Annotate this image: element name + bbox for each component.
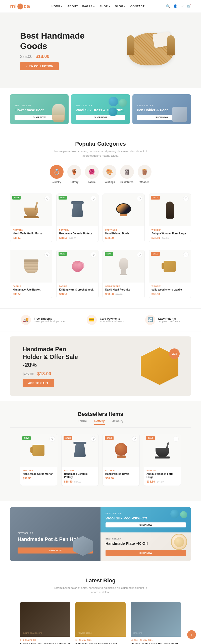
product-category: POTTERY (13, 229, 49, 231)
product-category: POTTERY (59, 229, 96, 231)
nav-contact[interactable]: CONTACT (130, 5, 144, 8)
product-info: POTTERY Hand Painted Bowls $38.50 (103, 467, 139, 482)
user-icon[interactable]: 👤 (173, 4, 177, 8)
jewelry-label: Jewelry (52, 181, 61, 183)
banner-wool-pod: Best Seller Wool Silk Pod -20% Off SHOP … (100, 507, 191, 533)
promo-old-price: $25.00 (23, 372, 34, 376)
blog-grid: cutting board scene 9 20 May 2021 How to… (10, 602, 191, 644)
double-banner: Best Seller Handmade Pot & Pen Holder SH… (10, 507, 191, 561)
paintings-label: Paintings (104, 181, 115, 183)
mortar-illustration (23, 202, 39, 218)
promo-cta-button[interactable]: ADD TO CART (23, 379, 54, 387)
banner-card-vase: Best Seller Flower Vase Poot SHOP NOW (10, 94, 69, 124)
board-2-illustration (30, 443, 47, 457)
product-name: Hand-Made Garlic Mortar (23, 472, 55, 476)
blog-title-block: Latest Blog (10, 577, 191, 584)
jewelry-icon: 💍 (50, 165, 64, 179)
feature-payments: 💳 Card Payments 12 Monthly Installments (87, 315, 124, 325)
wishlist-button[interactable]: ♡ (91, 436, 96, 442)
product-category: WOODEN (146, 469, 178, 472)
product-badge: NEW (105, 252, 113, 256)
yarn-right-illustration (170, 510, 187, 518)
product-price: $38.50 (23, 477, 55, 480)
wishlist-button[interactable]: ♡ (173, 436, 179, 442)
product-card-david: NEW ♡ SCULPTURES David Head Portraits $3… (103, 250, 145, 298)
product-info-board: WOODEN solid wood cherry paddle $38.50 (149, 283, 191, 298)
nav-about[interactable]: ABOUT (67, 5, 78, 8)
bestseller-card-3: SALE ♡ POTTERY Hand Painted Bowls $38.50 (103, 434, 140, 486)
hero-new-price: $18.00 (35, 54, 49, 59)
category-wooden[interactable]: 🪵 Wooden (138, 165, 152, 183)
product-badge: NEW (59, 252, 67, 256)
blog-image-3: jar scene (131, 602, 181, 637)
main-nav: HOME ▾ ABOUT PAGES ▾ SHOP ▾ BLOG ▾ CONTA… (52, 5, 144, 8)
category-jewelry[interactable]: 💍 Jewelry (50, 165, 64, 183)
product-card-wooden: SALE ♡ WOODEN Antique Wooden Form Large … (149, 194, 191, 242)
banner-card-pen: Best Seller Pen Holder & Poot SHOP NOW (132, 94, 191, 124)
banner-plate: Best Seller Handmade Plate -40 Off SHOP … (100, 532, 191, 561)
tab-fabric[interactable]: Fabric (78, 419, 87, 425)
product-category: PAINTINGS (105, 229, 142, 231)
blog-card-2: flowers scene 6 20 May 2021 7 Best Blogs… (75, 602, 126, 644)
promo-banner: Handmade Pen Holder & Offer Sale -20% $2… (10, 336, 191, 396)
tab-jewelry[interactable]: Jewelry (112, 419, 123, 425)
category-pottery[interactable]: 🏺 Pottery (67, 165, 81, 183)
banner-wool-btn[interactable]: SHOP NOW (106, 522, 186, 527)
wooden-vase-illustration (166, 202, 174, 219)
categories-subtitle: Lorem ipsum dolor sit amet, consectetur … (50, 149, 151, 158)
paintings-icon: 🎨 (103, 165, 116, 179)
search-icon[interactable]: 🔍 (166, 4, 170, 8)
product-card-mortar: NEW ♡ POTTERY Hand-Made Garlic Mortar $3… (10, 194, 52, 242)
pen-holder-illustration (172, 107, 187, 122)
nav-pages[interactable]: PAGES ▾ (82, 5, 95, 8)
product-price: $38.50 $44.00 (146, 480, 178, 483)
product-category: FABRIC (59, 285, 96, 287)
blog-section: Latest Blog Lorem ipsum dolor sit amet, … (0, 567, 201, 644)
cart-icon[interactable]: 🛒 (187, 4, 191, 8)
payments-title: Card Payments (100, 317, 124, 320)
categories-heading: Popular Categories (10, 141, 191, 147)
category-paintings[interactable]: 🎨 Paintings (103, 165, 116, 183)
category-fabric[interactable]: 🧶 Fabric (85, 165, 99, 183)
product-name: Hand Painted Bowls (105, 232, 142, 235)
nav-home[interactable]: HOME ▾ (52, 5, 63, 8)
wishlist-button[interactable]: ♡ (132, 436, 137, 442)
category-sculptures[interactable]: 🗿 Sculptures (120, 165, 134, 183)
logo[interactable]: mi⬤ca (10, 3, 30, 10)
bestsellers-tabs: Fabric Pottery Jewelry (10, 419, 191, 428)
sculptures-icon: 🗿 (120, 165, 134, 179)
header-icons: 🔍 👤 ♡ 🛒 (166, 4, 191, 8)
scroll-to-top-button[interactable]: ↑ (187, 630, 196, 639)
wooden-label: Wooden (139, 181, 149, 183)
blog-category: Us Too (131, 639, 138, 641)
product-category: WOODEN (152, 229, 188, 231)
blog-title-2: 7 Best Blogs to Follow About Handmade Go… (75, 642, 126, 644)
product-price: $38.50 $44.00 (152, 236, 188, 239)
bestsellers-section: Bestsellers Items Fabric Pottery Jewelry… (0, 401, 201, 501)
tab-pottery[interactable]: Pottery (94, 419, 105, 425)
nav-blog[interactable]: BLOG ▾ (115, 5, 126, 8)
wishlist-icon[interactable]: ♡ (180, 4, 184, 8)
product-price: $38.50 (59, 293, 96, 296)
product-badge-sale: SALE (151, 196, 160, 200)
banner-card-pen-badge: Best Seller (137, 104, 186, 107)
product-name: Knitting yarn & crochet hook (59, 288, 96, 291)
product-name: Handmade Jute Basket (13, 288, 49, 291)
product-name: solid wood cherry paddle (152, 288, 188, 291)
blog-date: 20 May 2021 (23, 639, 36, 641)
blog-image-1: cutting board scene (20, 602, 70, 637)
product-card-bowl: ♡ PAINTINGS Hand Painted Bowls $38.50 (103, 194, 145, 242)
categories-section: Popular Categories Lorem ipsum dolor sit… (0, 131, 201, 194)
product-info-bowl: PAINTINGS Hand Painted Bowls $38.50 (103, 226, 144, 242)
wishlist-button[interactable]: ♡ (49, 436, 55, 442)
product-info-ceramic: POTTERY Handmade Ceramic Pottery $38.50 … (57, 226, 98, 242)
blog-date: 20 May 2021 (79, 639, 92, 641)
feature-returns-text: Easy Returns Shop with Confidence (158, 317, 180, 323)
nav-shop[interactable]: SHOP ▾ (99, 5, 110, 8)
fabric-icon: 🧶 (85, 165, 99, 179)
product-info-jute: FABRIC Handmade Jute Basket $38.50 (10, 283, 52, 298)
shipping-title: Free Shipping (34, 317, 65, 320)
hero-cta-button[interactable]: VIEW COLLECTION (20, 62, 59, 70)
product-badge: SALE (146, 436, 155, 440)
product-card-board: SALE ♡ WOODEN solid wood cherry paddle $… (149, 250, 191, 298)
